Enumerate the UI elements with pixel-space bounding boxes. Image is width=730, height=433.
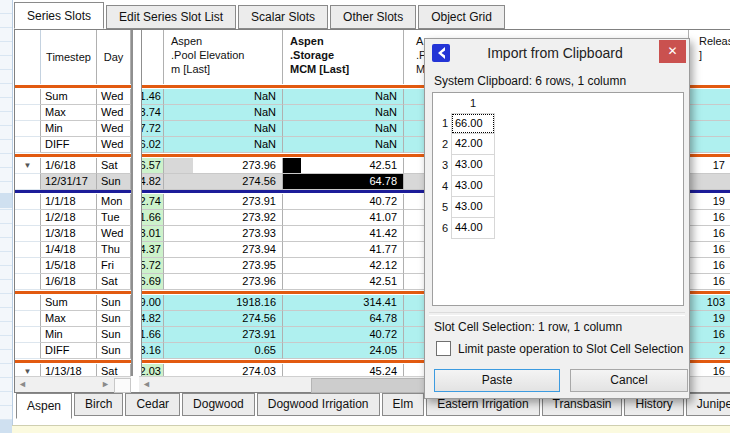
pool-elevation-cell[interactable]: NaN: [164, 89, 283, 105]
storage-cell[interactable]: 64.78: [283, 174, 404, 190]
timestep-cell[interactable]: 1/5/18: [41, 258, 97, 274]
pool-elevation-cell[interactable]: 273.95: [164, 258, 283, 274]
clipped-value-cell[interactable]: 6.69: [139, 274, 164, 290]
grid-value-cell[interactable]: 43.00: [451, 197, 495, 218]
day-cell[interactable]: Fri: [97, 258, 131, 274]
grid-value-cell[interactable]: 42.00: [451, 134, 495, 155]
release-cell[interactable]: 16: [689, 274, 730, 290]
grid-value-cell[interactable]: 43.00: [451, 176, 495, 197]
row-expander-icon[interactable]: ▼: [15, 158, 41, 174]
scroll-left-icon[interactable]: ◄: [15, 377, 30, 392]
release-cell[interactable]: 19: [689, 311, 730, 327]
clipped-value-cell[interactable]: 3.01: [139, 226, 164, 242]
clipped-value-cell[interactable]: 6.57: [139, 158, 164, 174]
timestep-cell[interactable]: Max: [41, 105, 97, 121]
timestep-cell[interactable]: 1/2/18: [41, 210, 97, 226]
clipped-value-cell[interactable]: 1.46: [139, 89, 164, 105]
timestep-cell[interactable]: 1/4/18: [41, 242, 97, 258]
release-cell[interactable]: [689, 105, 730, 121]
tab-object-grid[interactable]: Object Grid: [418, 5, 505, 29]
header-release-column[interactable]: Release ]: [689, 30, 730, 84]
pool-elevation-cell[interactable]: 273.96: [164, 158, 283, 174]
limit-paste-checkbox[interactable]: [436, 341, 451, 356]
tab-edit-series-slot-list[interactable]: Edit Series Slot List: [106, 5, 236, 29]
timestep-cell[interactable]: Sum: [41, 295, 97, 311]
storage-cell[interactable]: NaN: [283, 137, 404, 153]
day-cell[interactable]: Wed: [97, 137, 131, 153]
object-tab-birch[interactable]: Birch: [74, 393, 123, 416]
dialog-title-bar[interactable]: Import from Clipboard ✕: [425, 39, 689, 67]
day-cell[interactable]: Sun: [97, 174, 131, 190]
header-clipped-column[interactable]: [139, 30, 164, 84]
release-cell[interactable]: 2: [689, 343, 730, 359]
timestep-cell[interactable]: 1/6/18: [41, 158, 97, 174]
day-cell[interactable]: Tue: [97, 210, 131, 226]
day-cell[interactable]: Wed: [97, 89, 131, 105]
header-timestep[interactable]: Timestep: [41, 30, 97, 84]
header-day[interactable]: Day: [97, 30, 131, 84]
header-aspen-storage[interactable]: Aspen .Storage MCM [Last]: [283, 30, 404, 84]
storage-cell[interactable]: NaN: [283, 121, 404, 137]
release-cell[interactable]: 16: [689, 210, 730, 226]
storage-cell[interactable]: 42.51: [283, 274, 404, 290]
release-cell[interactable]: 103: [689, 295, 730, 311]
close-icon[interactable]: ✕: [659, 40, 686, 63]
timestep-cell[interactable]: Sum: [41, 89, 97, 105]
storage-cell[interactable]: 41.42: [283, 226, 404, 242]
cancel-button[interactable]: Cancel: [570, 369, 688, 392]
release-cell[interactable]: 16: [689, 327, 730, 343]
pool-elevation-cell[interactable]: 273.91: [164, 194, 283, 210]
release-cell[interactable]: 17: [689, 158, 730, 174]
storage-cell[interactable]: 64.78: [283, 311, 404, 327]
clipped-value-cell[interactable]: 6.02: [139, 137, 164, 153]
clipped-value-cell[interactable]: 4.37: [139, 242, 164, 258]
tab-series-slots[interactable]: Series Slots: [14, 2, 104, 29]
day-cell[interactable]: Sun: [97, 311, 131, 327]
storage-cell[interactable]: 24.05: [283, 343, 404, 359]
clipped-value-cell[interactable]: 4.82: [139, 174, 164, 190]
clipped-value-cell[interactable]: 1.66: [139, 327, 164, 343]
release-cell[interactable]: [689, 121, 730, 137]
pool-elevation-cell[interactable]: NaN: [164, 137, 283, 153]
release-cell[interactable]: [689, 137, 730, 153]
frozen-pane-hscrollbar[interactable]: ◄ ►: [15, 376, 131, 392]
pool-elevation-cell[interactable]: 273.92: [164, 210, 283, 226]
object-tab-dogwood-irrigation[interactable]: Dogwood Irrigation: [257, 393, 380, 416]
storage-cell[interactable]: 40.72: [283, 194, 404, 210]
clipped-value-cell[interactable]: 3.74: [139, 105, 164, 121]
day-cell[interactable]: Mon: [97, 194, 131, 210]
clipped-value-cell[interactable]: 2.74: [139, 194, 164, 210]
hscroll-thumb[interactable]: [311, 378, 429, 393]
day-cell[interactable]: Wed: [97, 121, 131, 137]
pool-elevation-cell[interactable]: 274.56: [164, 311, 283, 327]
clipped-value-cell[interactable]: 4.82: [139, 311, 164, 327]
timestep-cell[interactable]: 1/3/18: [41, 226, 97, 242]
storage-cell[interactable]: NaN: [283, 105, 404, 121]
pool-elevation-cell[interactable]: 0.65: [164, 343, 283, 359]
clipped-value-cell[interactable]: 1.66: [139, 210, 164, 226]
timestep-cell[interactable]: 12/31/17: [41, 174, 97, 190]
scroll-right-icon[interactable]: ►: [98, 377, 113, 392]
day-cell[interactable]: Thu: [97, 242, 131, 258]
release-cell[interactable]: [689, 89, 730, 105]
day-cell[interactable]: Wed: [97, 105, 131, 121]
storage-cell[interactable]: NaN: [283, 89, 404, 105]
pool-elevation-cell[interactable]: 273.93: [164, 226, 283, 242]
timestep-cell[interactable]: Min: [41, 327, 97, 343]
scroll-left-icon[interactable]: ◄: [139, 377, 154, 392]
timestep-cell[interactable]: Min: [41, 121, 97, 137]
hscroll-thumb[interactable]: [114, 378, 131, 393]
timestep-cell[interactable]: DIFF: [41, 343, 97, 359]
object-tab-elm[interactable]: Elm: [382, 393, 425, 416]
header-aspen-pool-elevation[interactable]: Aspen .Pool Elevation m [Last]: [164, 30, 283, 84]
timestep-cell[interactable]: 1/1/18: [41, 194, 97, 210]
pool-elevation-cell[interactable]: NaN: [164, 121, 283, 137]
object-tab-cedar[interactable]: Cedar: [125, 393, 180, 416]
pool-elevation-cell[interactable]: 273.96: [164, 274, 283, 290]
grid-value-cell[interactable]: 66.00: [451, 113, 495, 134]
day-cell[interactable]: Sat: [97, 274, 131, 290]
object-tab-dogwood[interactable]: Dogwood: [182, 393, 255, 416]
storage-cell[interactable]: 41.77: [283, 242, 404, 258]
clipped-value-cell[interactable]: 7.72: [139, 121, 164, 137]
release-cell[interactable]: 16: [689, 226, 730, 242]
